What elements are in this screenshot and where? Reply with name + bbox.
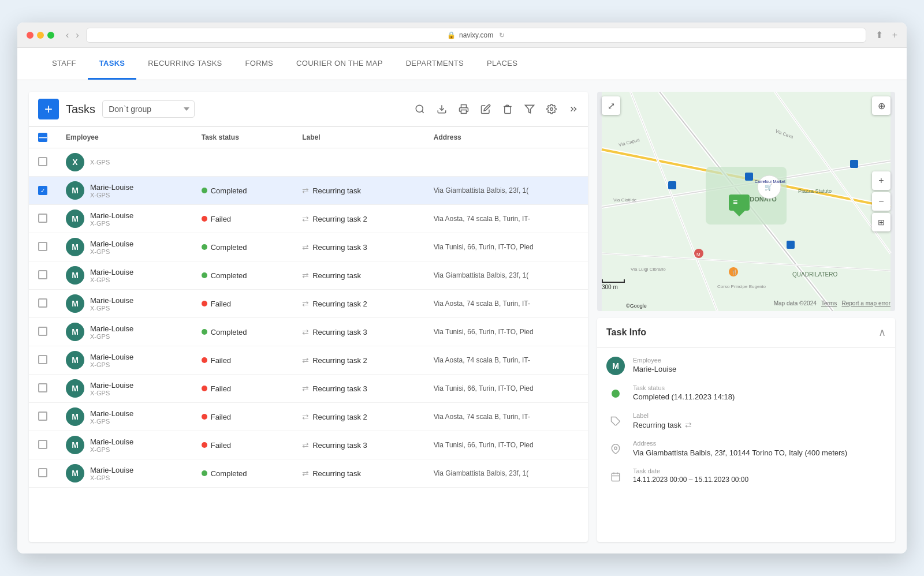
row-checkbox[interactable]	[38, 468, 47, 477]
row-checkbox-cell[interactable]	[29, 346, 57, 375]
row-checkbox-cell[interactable]	[29, 318, 57, 346]
top-navigation: STAFF TASKS RECURRING TASKS FORMS COURIE…	[17, 48, 907, 80]
row-checkbox-cell[interactable]	[29, 233, 57, 261]
row-checkbox-cell[interactable]	[29, 205, 57, 233]
group-select[interactable]: Don`t group By employee By status By lab…	[102, 100, 195, 118]
label-text: Recurring task	[312, 469, 361, 478]
layers-button[interactable]: ⊞	[872, 213, 891, 231]
table-row[interactable]: M Marie-Louise X-GPS	[29, 346, 588, 375]
url-bar[interactable]: 🔒 navixy.com ↻	[86, 28, 866, 43]
tab-places[interactable]: PLACES	[475, 48, 529, 80]
new-tab-icon[interactable]: +	[892, 30, 897, 40]
table-row[interactable]: M Marie-Louise X-GPS	[29, 318, 588, 346]
row-checkbox[interactable]: ✓	[38, 186, 47, 195]
settings-icon[interactable]	[546, 104, 557, 114]
report-link[interactable]: Report a map error	[842, 300, 891, 306]
delete-icon[interactable]	[502, 104, 513, 114]
search-icon[interactable]	[415, 104, 425, 114]
row-checkbox-cell[interactable]	[29, 261, 57, 290]
row-checkbox[interactable]	[38, 412, 47, 421]
table-row[interactable]: M Marie-Louise X-GPS	[29, 403, 588, 431]
status-cell: Failed	[192, 346, 293, 375]
row-checkbox-cell[interactable]	[29, 403, 57, 431]
expand-icon[interactable]	[568, 104, 579, 114]
header-checkbox-cell[interactable]: —	[29, 127, 57, 148]
label-text: Recurring task	[312, 186, 361, 195]
employee-cell: M Marie-Louise X-GPS	[57, 403, 192, 431]
row-checkbox-cell[interactable]	[29, 459, 57, 488]
row-checkbox[interactable]	[38, 298, 47, 308]
row-checkbox[interactable]	[38, 157, 47, 166]
back-arrow[interactable]: ‹	[64, 29, 71, 42]
row-checkbox-cell[interactable]	[29, 290, 57, 318]
forward-arrow[interactable]: ›	[73, 29, 81, 42]
tab-departments[interactable]: DEPARTMENTS	[394, 48, 475, 80]
select-all-checkbox[interactable]: —	[38, 133, 47, 142]
svg-point-43	[614, 447, 617, 450]
employee-cell: M Marie-Louise X-GPS	[57, 346, 192, 375]
edit-icon[interactable]	[480, 104, 491, 114]
address-cell: Via Aosta, 74 scala B, Turin, IT-	[424, 290, 588, 318]
row-checkbox[interactable]	[38, 355, 47, 364]
task-date-icon	[606, 467, 625, 486]
recurring-icon: ⇄	[302, 214, 309, 223]
reload-icon[interactable]: ↻	[499, 31, 505, 39]
table-row[interactable]: M Marie-Louise X-GPS	[29, 459, 588, 488]
map-scale: 300 m	[602, 279, 625, 290]
label-text: Recurring task 2	[312, 215, 367, 223]
fullscreen-button[interactable]: ⤢	[602, 96, 620, 115]
row-checkbox[interactable]	[38, 242, 47, 251]
table-row[interactable]: M Marie-Louise X-GPS	[29, 205, 588, 233]
status-dot	[612, 390, 620, 398]
row-checkbox-cell[interactable]	[29, 148, 57, 177]
label-info-value: Recurring task	[633, 421, 681, 429]
row-checkbox[interactable]	[38, 383, 47, 392]
zoom-out-button[interactable]: −	[872, 192, 891, 211]
minimize-button[interactable]	[37, 32, 44, 39]
table-row[interactable]: M Marie-Louise X-GPS	[29, 290, 588, 318]
table-row[interactable]: M Marie-Louise X-GPS	[29, 261, 588, 290]
maximize-button[interactable]	[47, 32, 54, 39]
row-checkbox-cell[interactable]: ✓	[29, 177, 57, 205]
collapse-button[interactable]: ∧	[878, 326, 886, 339]
row-checkbox-cell[interactable]	[29, 431, 57, 459]
my-location-button[interactable]: ⊕	[872, 96, 891, 115]
share-icon[interactable]: ⬆	[875, 29, 883, 40]
row-checkbox[interactable]	[38, 270, 47, 279]
tab-forms[interactable]: FORMS	[234, 48, 285, 80]
row-checkbox-cell[interactable]	[29, 375, 57, 403]
row-checkbox[interactable]	[38, 440, 47, 449]
status-dot	[202, 244, 207, 250]
employee-name: Marie-Louise	[90, 466, 133, 474]
row-checkbox[interactable]	[38, 214, 47, 223]
zoom-in-button[interactable]: +	[872, 171, 891, 190]
add-task-button[interactable]: +	[38, 99, 59, 119]
svg-text:QUADRILATERO: QUADRILATERO	[792, 271, 837, 278]
download-icon[interactable]	[437, 104, 447, 114]
table-row[interactable]: M Marie-Louise X-GPS	[29, 233, 588, 261]
address-cell: Via Giambattista Balbis, 23f, 1(	[424, 177, 588, 205]
status-text: Failed	[211, 441, 231, 450]
tab-staff[interactable]: STAFF	[40, 48, 88, 80]
print-icon[interactable]	[459, 104, 469, 114]
label-cell: ⇄ Recurring task 2	[293, 290, 424, 318]
map-container[interactable]: SAN DONATO QUADRILATERO Piazza Statuto V…	[597, 92, 895, 311]
table-row[interactable]: X X-GPS	[29, 148, 588, 177]
close-button[interactable]	[27, 32, 33, 39]
table-row[interactable]: M Marie-Louise X-GPS	[29, 431, 588, 459]
filter-icon[interactable]	[524, 104, 535, 114]
status-text: Completed	[211, 469, 247, 478]
tab-courier[interactable]: COURIER ON THE MAP	[285, 48, 394, 80]
address-cell	[424, 148, 588, 177]
nav-tabs: STAFF TASKS RECURRING TASKS FORMS COURIE…	[40, 48, 529, 80]
table-row[interactable]: ✓ M Marie-Louise X-GPS	[29, 177, 588, 205]
tab-tasks[interactable]: TASKS	[88, 48, 137, 80]
table-header-row: — Employee Task status Label Address	[29, 127, 588, 148]
terms-link[interactable]: Terms	[821, 300, 837, 306]
info-row-address: Address Via Giambattista Balbis, 23f, 10…	[606, 440, 886, 458]
right-panel: SAN DONATO QUADRILATERO Piazza Statuto V…	[597, 92, 895, 542]
tab-recurring-tasks[interactable]: RECURRING TASKS	[136, 48, 233, 80]
table-row[interactable]: M Marie-Louise X-GPS	[29, 375, 588, 403]
row-checkbox[interactable]	[38, 327, 47, 336]
address-cell: Via Aosta, 74 scala B, Turin, IT-	[424, 205, 588, 233]
